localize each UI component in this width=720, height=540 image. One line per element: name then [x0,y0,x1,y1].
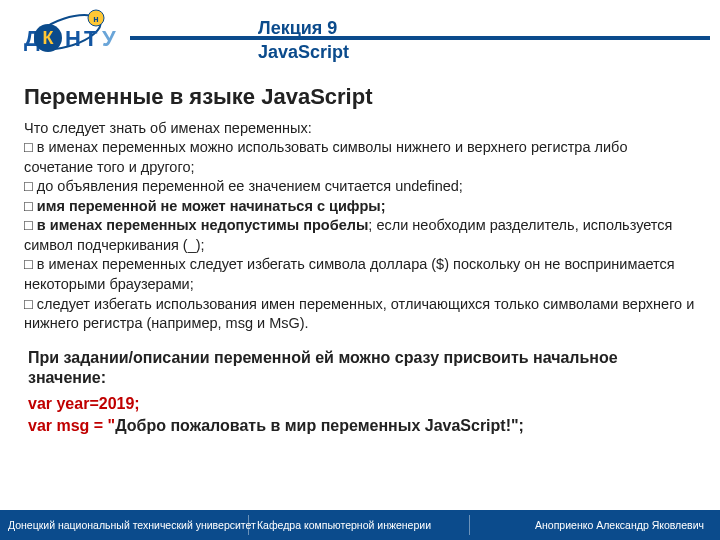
slide-title: Переменные в языке JavaScript [24,84,696,110]
footer-author: Аноприенко Александр Яковлевич [470,519,720,531]
body: Переменные в языке JavaScript Что следуе… [0,68,720,436]
footer-university: Донецкий национальный технический универ… [0,519,248,531]
svg-text:Н: Н [65,26,81,51]
header-divider [130,36,710,40]
svg-text:У: У [102,26,116,51]
bullet-item: □ в именах переменных можно использовать… [24,138,696,177]
bullet-item: □ следует избегать использования имен пе… [24,295,696,334]
lecture-number: Лекция 9 [258,18,337,39]
intro-text: Что следует знать об именах переменных: [24,120,696,136]
code-line: var msg = "Добро пожаловать в мир переме… [28,415,696,437]
university-logo: н Д К Н Т У [10,4,130,64]
svg-text:Т: Т [84,26,98,51]
assignment-block: При задании/описании переменной ей можно… [24,348,696,437]
lecture-subject: JavaScript [258,42,349,63]
assignment-title: При задании/описании переменной ей можно… [28,348,696,390]
bullet-item: □ в именах переменных следует избегать с… [24,255,696,294]
code-line: var year=2019; [28,393,696,415]
slide: н Д К Н Т У Лекция 9 JavaScript Переменн… [0,0,720,540]
footer: Донецкий национальный технический универ… [0,510,720,540]
bullet-item: □ в именах переменных недопустимы пробел… [24,216,696,255]
svg-text:н: н [93,14,98,24]
code-example: var year=2019; var msg = "Добро пожалова… [28,393,696,436]
bullet-item: □ имя переменной не может начинаться с ц… [24,197,696,217]
footer-department: Кафедра компьютерной инженерии [249,519,469,531]
bullet-item: □ до объявления переменной ее значением … [24,177,696,197]
header: н Д К Н Т У Лекция 9 JavaScript [0,0,720,68]
bullet-list: □ в именах переменных можно использовать… [24,138,696,334]
svg-text:К: К [43,28,55,48]
